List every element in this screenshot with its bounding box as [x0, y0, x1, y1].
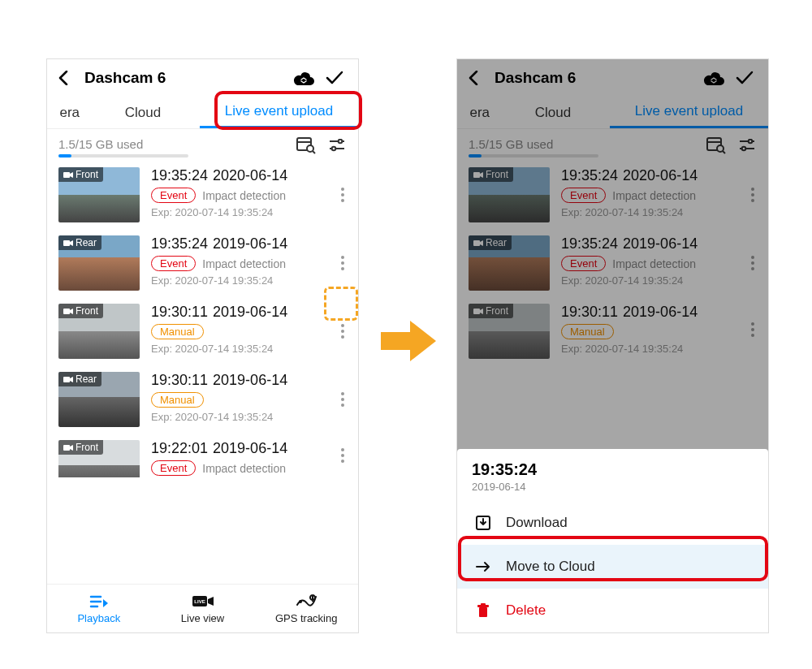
menu-download-label: Download [506, 515, 568, 531]
gps-tracking-icon [296, 593, 317, 611]
action-sheet: 19:35:24 2019-06-14 Download Move to Clo… [457, 449, 768, 632]
svg-rect-9 [63, 240, 70, 246]
svg-rect-12 [63, 445, 70, 451]
event-date: 2019-06-14 [213, 304, 287, 320]
event-expiry: Exp: 2020-07-14 19:35:24 [151, 343, 332, 355]
svg-point-18 [299, 600, 302, 603]
event-meta: 19:22:012019-06-14EventImpact detection [140, 440, 332, 471]
event-more-button[interactable] [332, 235, 353, 291]
camera-overlay: Rear [58, 372, 102, 386]
menu-download[interactable]: Download [457, 501, 768, 545]
annotation-tab-highlight [214, 91, 362, 130]
camera-overlay: Front [58, 304, 103, 318]
event-more-button[interactable] [332, 440, 353, 471]
event-expiry: Exp: 2020-07-14 19:35:24 [151, 411, 332, 423]
event-date: 2019-06-14 [213, 440, 287, 456]
bottom-nav: Playback LIVE Live view GPS tracking [47, 584, 358, 632]
event-detection-type: Impact detection [202, 462, 286, 475]
event-detection-type: Impact detection [202, 257, 286, 270]
event-date: 2019-06-14 [213, 235, 287, 252]
nav-live-view[interactable]: LIVE Live view [151, 585, 255, 632]
event-more-button[interactable] [332, 372, 353, 427]
event-meta: 19:35:242020-06-14EventImpact detectionE… [140, 167, 332, 222]
event-date: 2019-06-14 [213, 372, 287, 388]
event-expiry: Exp: 2020-07-14 19:35:24 [151, 274, 332, 287]
sheet-date: 2019-06-14 [472, 481, 754, 493]
event-time: 19:35:24 [151, 235, 208, 252]
event-badge: Event [151, 256, 196, 271]
event-badge: Manual [151, 392, 204, 408]
nav-playback[interactable]: Playback [47, 585, 151, 632]
calendar-search-icon[interactable] [295, 134, 317, 157]
camera-overlay: Front [58, 167, 103, 182]
annotation-arrow [379, 317, 438, 368]
live-view-icon: LIVE [192, 593, 214, 611]
event-list-item[interactable]: Rear19:35:242019-06-14EventImpact detect… [47, 229, 358, 297]
menu-delete[interactable]: Delete [457, 589, 768, 632]
nav-playback-label: Playback [77, 612, 120, 624]
event-more-button[interactable] [332, 167, 353, 222]
tab-camera[interactable]: era [47, 97, 86, 128]
annotation-kebab-highlight [324, 287, 358, 321]
nav-live-view-label: Live view [181, 612, 224, 624]
event-expiry: Exp: 2020-07-14 19:35:24 [151, 206, 332, 218]
event-list-item[interactable]: Front19:22:012019-06-14EventImpact detec… [47, 434, 358, 477]
event-badge: Event [151, 460, 196, 476]
menu-move-to-cloud[interactable]: Move to Cloud [457, 545, 768, 589]
svg-rect-10 [63, 309, 70, 314]
event-thumbnail[interactable]: Front [58, 440, 140, 477]
svg-rect-8 [63, 172, 70, 178]
event-detection-type: Impact detection [202, 189, 286, 202]
svg-point-19 [312, 596, 313, 598]
event-time: 19:30:11 [151, 372, 208, 388]
svg-rect-11 [63, 377, 70, 382]
event-list-item[interactable]: Front19:35:242020-06-14EventImpact detec… [47, 161, 358, 229]
svg-point-7 [332, 147, 336, 151]
storage-row: 1.5/15 GB used [47, 129, 358, 161]
nav-gps-tracking[interactable]: GPS tracking [254, 585, 358, 632]
event-badge: Manual [151, 324, 204, 339]
svg-rect-37 [481, 603, 486, 606]
event-list-item[interactable]: Rear19:30:112019-06-14ManualExp: 2020-07… [47, 365, 358, 434]
event-thumbnail[interactable]: Rear [58, 372, 140, 427]
page-title: Dashcam 6 [84, 69, 287, 87]
event-thumbnail[interactable]: Front [58, 304, 140, 359]
event-list-item[interactable]: Front19:30:112019-06-14ManualExp: 2020-0… [47, 297, 358, 365]
trash-icon [472, 603, 495, 618]
event-thumbnail[interactable]: Rear [58, 235, 140, 291]
arrow-right-icon [472, 561, 495, 572]
download-icon [472, 516, 495, 530]
event-meta: 19:30:112019-06-14ManualExp: 2020-07-14 … [140, 372, 332, 427]
menu-move-label: Move to Cloud [506, 559, 595, 575]
menu-delete-label: Delete [506, 602, 546, 619]
phone-screen-left: Dashcam 6 era Cloud Live event upload 1.… [46, 58, 359, 633]
event-meta: 19:30:112019-06-14ManualExp: 2020-07-14 … [140, 304, 332, 359]
storage-bar [58, 154, 188, 158]
svg-point-5 [339, 140, 343, 144]
back-button[interactable] [54, 68, 73, 88]
tab-cloud[interactable]: Cloud [86, 97, 200, 128]
event-meta: 19:35:242019-06-14EventImpact detectionE… [140, 235, 332, 291]
svg-point-2 [307, 145, 313, 152]
confirm-check-icon[interactable] [321, 68, 348, 88]
event-time: 19:22:01 [151, 440, 208, 456]
camera-overlay: Rear [58, 235, 102, 250]
event-time: 19:35:24 [151, 167, 208, 183]
svg-text:LIVE: LIVE [194, 599, 205, 604]
cloud-sync-icon[interactable] [290, 68, 317, 88]
event-badge: Event [151, 188, 196, 203]
event-time: 19:30:11 [151, 304, 208, 320]
filter-icon[interactable] [326, 134, 348, 157]
event-list: Front19:35:242020-06-14EventImpact detec… [47, 161, 358, 477]
event-thumbnail[interactable]: Front [58, 167, 140, 222]
svg-rect-35 [479, 607, 487, 617]
svg-line-3 [313, 151, 315, 153]
event-date: 2020-06-14 [213, 167, 287, 183]
sheet-time: 19:35:24 [472, 460, 754, 479]
phone-screen-right: Dashcam 6 era Cloud Live event upload 1.… [456, 58, 769, 633]
camera-overlay: Front [58, 440, 103, 455]
playback-icon [89, 593, 109, 611]
nav-gps-tracking-label: GPS tracking [275, 612, 338, 624]
